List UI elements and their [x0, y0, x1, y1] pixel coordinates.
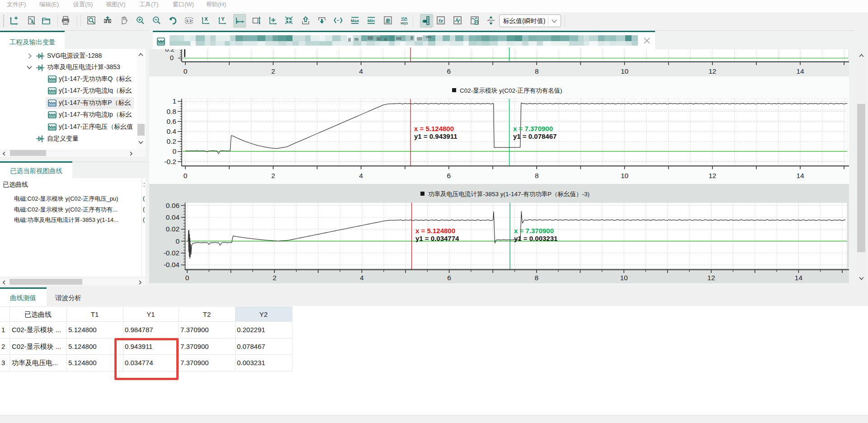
svg-text:0.04: 0.04: [166, 213, 180, 221]
svg-text:6: 6: [447, 172, 451, 179]
svg-text:fx: fx: [439, 18, 443, 24]
svg-text:-0.2: -0.2: [164, 158, 176, 165]
svg-text:x = 5.124800: x = 5.124800: [414, 125, 454, 132]
svg-text:6: 6: [447, 274, 451, 282]
svg-text:12: 12: [708, 274, 715, 282]
svg-text:10: 10: [621, 172, 629, 179]
svg-text:0.02: 0.02: [166, 225, 179, 233]
svg-text:0: 0: [175, 237, 179, 245]
svg-text:8: 8: [535, 172, 539, 179]
svg-text:0.06: 0.06: [166, 202, 179, 209]
svg-text:功率及电压电流计算-3853 y(1-147-有功功率P（标: 功率及电压电流计算-3853 y(1-147-有功功率P（标幺值）-3): [428, 191, 590, 197]
svg-text:Min: Min: [368, 18, 375, 23]
svg-text:y1 = 0.034774: y1 = 0.034774: [415, 235, 459, 242]
svg-text:10: 10: [621, 67, 629, 75]
svg-text:y1 = 0.943911: y1 = 0.943911: [414, 132, 458, 140]
svg-text:0: 0: [184, 172, 188, 179]
svg-text:2: 2: [271, 172, 275, 179]
svg-text:0: 0: [184, 67, 188, 75]
svg-text:12: 12: [708, 172, 716, 179]
svg-text:4: 4: [359, 172, 363, 179]
svg-text:C02-显示模块 y(C02-正序有功有名值): C02-显示模块 y(C02-正序有功有名值): [460, 87, 562, 94]
svg-text:12: 12: [708, 67, 716, 75]
svg-text:0.8: 0.8: [166, 108, 176, 115]
svg-text:X: X: [204, 16, 208, 22]
svg-text:14: 14: [796, 172, 804, 179]
svg-text:x = 5.124800: x = 5.124800: [415, 227, 455, 235]
svg-text:y1 = 0.003231: y1 = 0.003231: [514, 235, 557, 242]
svg-text:y1 = 0.078467: y1 = 0.078467: [513, 132, 557, 140]
svg-text:6: 6: [447, 67, 451, 75]
svg-text:差: 差: [385, 18, 391, 24]
svg-text:14: 14: [795, 274, 803, 282]
svg-text:0.2: 0.2: [165, 45, 175, 53]
svg-text:0.2: 0.2: [166, 137, 176, 145]
svg-text:2: 2: [271, 67, 275, 75]
svg-text:2: 2: [273, 274, 277, 282]
svg-text:Max: Max: [351, 18, 359, 23]
svg-text:14: 14: [796, 67, 804, 75]
svg-text:-0.04: -0.04: [164, 261, 180, 268]
svg-text:V|A: V|A: [401, 16, 407, 20]
svg-text:0.4: 0.4: [166, 127, 176, 135]
svg-text:1:1: 1:1: [186, 19, 192, 23]
svg-text:1: 1: [172, 97, 176, 105]
svg-text:0: 0: [172, 147, 176, 155]
svg-text:x = 7.370900: x = 7.370900: [514, 227, 554, 235]
svg-text:4: 4: [359, 67, 363, 75]
svg-text:10: 10: [620, 274, 628, 282]
svg-text:x = 7.370900: x = 7.370900: [513, 125, 553, 132]
svg-text:0: 0: [170, 54, 174, 61]
svg-text:4: 4: [360, 274, 364, 282]
svg-text:Y: Y: [221, 16, 225, 22]
svg-text:-0.02: -0.02: [164, 249, 179, 257]
svg-text:W|Ω: W|Ω: [401, 21, 408, 25]
svg-text:8: 8: [535, 67, 539, 75]
svg-text:8: 8: [534, 274, 538, 282]
svg-text:0: 0: [185, 274, 189, 282]
svg-text:0.6: 0.6: [166, 118, 176, 125]
